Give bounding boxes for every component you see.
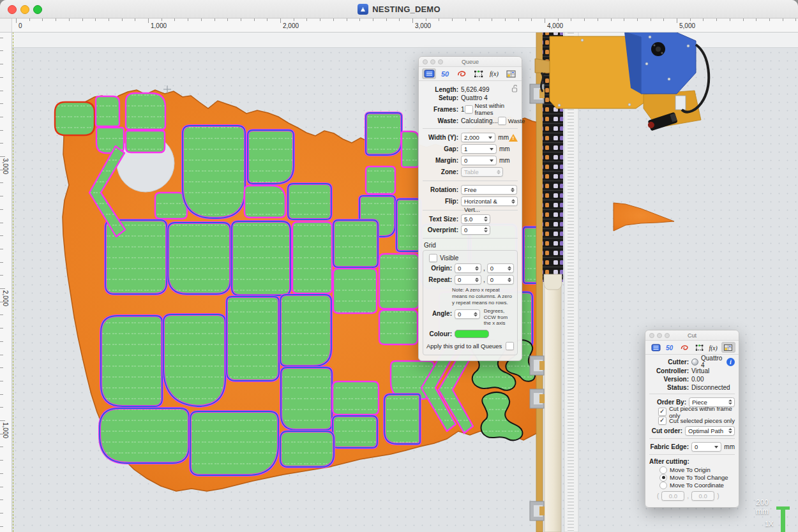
queue-panel[interactable]: Queue 50 f(x) Length: 5,626.499 Setup: Q… bbox=[418, 56, 522, 361]
frames-label: Frames: bbox=[423, 106, 461, 113]
ruler-tick bbox=[0, 526, 3, 527]
nested-piece[interactable] bbox=[366, 113, 402, 155]
grid-origin-x-stepper[interactable]: 0 bbox=[455, 263, 481, 273]
tab-function[interactable]: f(x) bbox=[488, 68, 502, 79]
tab-select[interactable] bbox=[692, 342, 706, 353]
cut-panel-titlebar[interactable]: Cut bbox=[645, 330, 739, 341]
info-button[interactable] bbox=[726, 358, 735, 366]
leather-offcut[interactable] bbox=[614, 203, 674, 231]
tab-piece[interactable] bbox=[455, 68, 469, 79]
cut-within-frame-checkbox[interactable] bbox=[658, 408, 666, 416]
tab-piece[interactable] bbox=[678, 342, 692, 353]
text-size-stepper[interactable]: 5.0 bbox=[461, 214, 490, 224]
grid-repeat-label: Repeat: bbox=[426, 276, 455, 283]
nested-piece[interactable] bbox=[402, 131, 419, 167]
grid-angle-stepper[interactable]: 0 bbox=[455, 309, 480, 319]
ruler-label: 2,000 bbox=[2, 290, 9, 306]
grid-visible-checkbox[interactable] bbox=[429, 254, 437, 262]
waste-row: Waste: Calculating... Waste bbox=[423, 117, 518, 125]
nested-piece[interactable] bbox=[183, 126, 245, 218]
move-to-origin-radio[interactable] bbox=[659, 466, 667, 474]
nested-piece[interactable] bbox=[100, 408, 189, 463]
apply-grid-label: Apply this grid to all Queues bbox=[426, 343, 502, 350]
cut-panel[interactable]: Cut 50 f(x) Cutter: Quattro 4 Controller… bbox=[645, 330, 739, 508]
gap-label: Gap: bbox=[423, 145, 461, 152]
move-to-coordinate-radio[interactable] bbox=[659, 482, 667, 489]
nested-piece[interactable] bbox=[126, 131, 165, 152]
fabric-edge-combo[interactable]: 0 bbox=[691, 442, 721, 452]
nested-piece[interactable] bbox=[396, 199, 421, 251]
nested-piece[interactable] bbox=[280, 295, 331, 366]
ruler-tick bbox=[0, 235, 3, 236]
nested-piece[interactable] bbox=[245, 186, 285, 218]
move-to-tool-change-radio[interactable] bbox=[659, 474, 667, 482]
nested-piece[interactable] bbox=[281, 367, 332, 430]
tab-material[interactable]: 50 bbox=[663, 342, 677, 353]
grid-groupbox: Visible Origin: 0 , 0 Repeat: 0 , 0 Note… bbox=[423, 250, 518, 355]
nested-piece[interactable] bbox=[55, 102, 94, 135]
ruler-tick bbox=[0, 473, 3, 474]
tab-cut[interactable] bbox=[504, 68, 518, 79]
nest-within-frames-label: Nest within frames bbox=[475, 102, 518, 116]
nested-piece[interactable] bbox=[292, 222, 332, 293]
nested-piece[interactable] bbox=[280, 431, 334, 467]
tab-material[interactable]: 50 bbox=[439, 68, 453, 79]
queue-panel-window-dots[interactable] bbox=[423, 59, 443, 64]
nested-piece[interactable] bbox=[96, 96, 119, 126]
nested-piece[interactable] bbox=[384, 394, 420, 444]
rotation-label: Rotation: bbox=[423, 186, 461, 193]
move-tool-change-row: Move To Tool Change bbox=[649, 474, 735, 481]
grid-angle-label: Angle: bbox=[426, 310, 455, 317]
nested-piece[interactable] bbox=[333, 381, 379, 415]
queue-panel-titlebar[interactable]: Queue bbox=[419, 57, 522, 67]
gap-combo[interactable]: 1 bbox=[461, 144, 497, 154]
nested-piece[interactable] bbox=[288, 184, 331, 219]
nested-piece[interactable] bbox=[168, 223, 230, 294]
window-titlebar[interactable]: NESTING_DEMO bbox=[0, 0, 798, 18]
nested-piece[interactable] bbox=[101, 316, 162, 406]
nested-piece[interactable] bbox=[126, 93, 165, 129]
nested-piece[interactable] bbox=[232, 221, 290, 295]
order-by-stepper[interactable]: Piece bbox=[689, 397, 735, 407]
tab-select[interactable] bbox=[471, 68, 485, 79]
tab-queue[interactable] bbox=[649, 342, 663, 353]
ruler-tick bbox=[0, 38, 3, 38]
ruler-tick bbox=[0, 209, 3, 210]
nested-piece[interactable] bbox=[366, 166, 395, 194]
nested-piece[interactable] bbox=[190, 411, 278, 475]
cut-order-stepper[interactable]: Optimal Path bbox=[685, 426, 735, 436]
nested-piece[interactable] bbox=[333, 220, 378, 267]
tab-cut[interactable] bbox=[721, 342, 735, 353]
nested-piece[interactable] bbox=[248, 130, 294, 184]
tab-function[interactable]: f(x) bbox=[707, 342, 721, 353]
unlock-icon[interactable] bbox=[511, 85, 518, 94]
overprint-stepper[interactable]: 0 bbox=[461, 225, 490, 235]
length-value: 5,626.499 bbox=[461, 86, 490, 93]
nested-piece[interactable] bbox=[227, 297, 279, 381]
ruler-tick bbox=[0, 50, 3, 51]
cut-selected-checkbox[interactable] bbox=[658, 417, 666, 425]
grid-repeat-y-stepper[interactable]: 0 bbox=[487, 275, 514, 284]
flip-stepper[interactable]: Horizontal & Vert... bbox=[461, 196, 518, 206]
grid-colour-swatch[interactable] bbox=[455, 330, 489, 338]
rotation-row: Rotation: Free bbox=[423, 184, 518, 195]
grid-repeat-x-stepper[interactable]: 0 bbox=[455, 275, 481, 284]
apply-grid-checkbox[interactable] bbox=[506, 342, 514, 350]
nested-piece[interactable] bbox=[163, 314, 225, 406]
waste-checkbox[interactable] bbox=[498, 117, 506, 125]
rotation-stepper[interactable]: Free bbox=[461, 185, 517, 195]
width-combo[interactable]: 2,000 bbox=[461, 133, 495, 142]
after-cutting-row: After cutting: bbox=[649, 457, 735, 466]
cut-panel-window-dots[interactable] bbox=[649, 333, 670, 338]
grid-note: Note: A zero x repeat means no columns. … bbox=[452, 287, 514, 306]
margin-combo[interactable]: 0 bbox=[461, 156, 497, 165]
nested-piece[interactable] bbox=[333, 269, 377, 313]
tab-queue[interactable] bbox=[422, 68, 436, 79]
nested-piece[interactable] bbox=[379, 254, 419, 309]
nested-piece[interactable] bbox=[379, 310, 418, 344]
grid-origin-y-stepper[interactable]: 0 bbox=[487, 263, 514, 273]
cutter-row: Cutter: Quattro 4 bbox=[649, 357, 735, 366]
nest-within-frames-checkbox[interactable] bbox=[465, 105, 473, 114]
svg-text:50: 50 bbox=[441, 70, 449, 78]
nested-piece[interactable] bbox=[333, 416, 377, 448]
